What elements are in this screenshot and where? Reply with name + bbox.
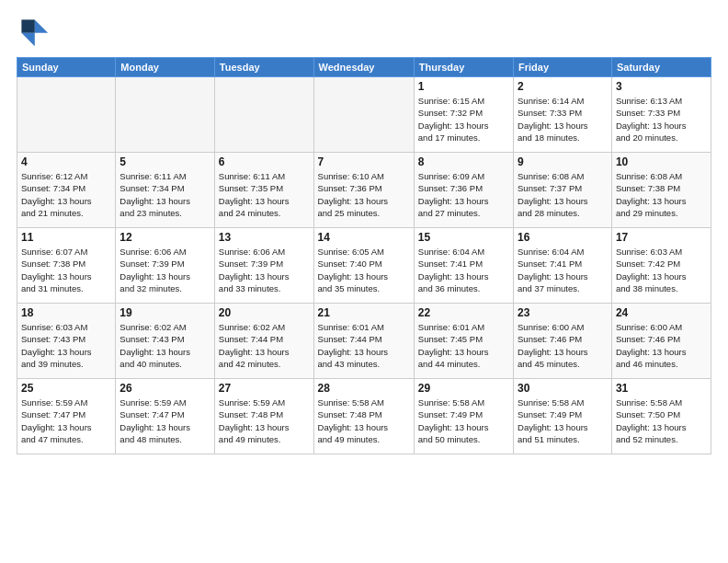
calendar-cell: 13Sunrise: 6:06 AMSunset: 7:39 PMDayligh… xyxy=(214,228,313,304)
day-number: 29 xyxy=(418,382,509,395)
calendar-cell: 4Sunrise: 6:12 AMSunset: 7:34 PMDaylight… xyxy=(17,153,116,228)
day-detail: Sunrise: 6:11 AMSunset: 7:34 PMDaylight:… xyxy=(119,170,210,219)
day-number: 23 xyxy=(518,306,608,319)
calendar-cell: 22Sunrise: 6:01 AMSunset: 7:45 PMDayligh… xyxy=(414,304,513,379)
day-detail: Sunrise: 6:03 AMSunset: 7:42 PMDaylight:… xyxy=(616,246,707,294)
day-detail: Sunrise: 6:00 AMSunset: 7:46 PMDaylight:… xyxy=(616,321,707,370)
day-number: 30 xyxy=(518,382,608,395)
day-number: 27 xyxy=(219,382,310,395)
svg-rect-1 xyxy=(21,19,34,32)
calendar-cell: 7Sunrise: 6:10 AMSunset: 7:36 PMDaylight… xyxy=(313,153,414,228)
calendar-week-2: 4Sunrise: 6:12 AMSunset: 7:34 PMDaylight… xyxy=(17,153,711,228)
calendar-cell: 24Sunrise: 6:00 AMSunset: 7:46 PMDayligh… xyxy=(611,304,711,379)
calendar-cell: 17Sunrise: 6:03 AMSunset: 7:42 PMDayligh… xyxy=(611,228,711,304)
day-detail: Sunrise: 6:04 AMSunset: 7:41 PMDaylight:… xyxy=(418,246,509,294)
logo-icon xyxy=(17,15,50,48)
day-number: 21 xyxy=(318,306,410,319)
day-number: 13 xyxy=(219,231,310,244)
day-detail: Sunrise: 5:58 AMSunset: 7:50 PMDaylight:… xyxy=(616,396,707,445)
calendar-cell: 27Sunrise: 5:59 AMSunset: 7:48 PMDayligh… xyxy=(214,379,313,454)
calendar-cell: 25Sunrise: 5:59 AMSunset: 7:47 PMDayligh… xyxy=(17,379,116,454)
calendar-cell: 28Sunrise: 5:58 AMSunset: 7:48 PMDayligh… xyxy=(313,379,414,454)
day-number: 16 xyxy=(518,231,608,244)
logo xyxy=(17,15,53,48)
day-detail: Sunrise: 5:59 AMSunset: 7:48 PMDaylight:… xyxy=(219,396,310,445)
day-number: 24 xyxy=(616,306,707,319)
weekday-sunday: Sunday xyxy=(17,58,116,77)
calendar-cell: 3Sunrise: 6:13 AMSunset: 7:33 PMDaylight… xyxy=(611,77,711,153)
day-detail: Sunrise: 6:13 AMSunset: 7:33 PMDaylight:… xyxy=(616,95,707,144)
calendar-cell: 9Sunrise: 6:08 AMSunset: 7:37 PMDaylight… xyxy=(514,153,612,228)
calendar-table: SundayMondayTuesdayWednesdayThursdayFrid… xyxy=(17,57,711,454)
calendar-cell: 23Sunrise: 6:00 AMSunset: 7:46 PMDayligh… xyxy=(514,304,612,379)
day-detail: Sunrise: 6:00 AMSunset: 7:46 PMDaylight:… xyxy=(518,321,608,370)
day-detail: Sunrise: 6:12 AMSunset: 7:34 PMDaylight:… xyxy=(21,170,111,219)
day-detail: Sunrise: 6:11 AMSunset: 7:35 PMDaylight:… xyxy=(219,170,310,219)
day-number: 8 xyxy=(418,155,509,168)
day-detail: Sunrise: 6:03 AMSunset: 7:43 PMDaylight:… xyxy=(21,321,111,370)
day-detail: Sunrise: 6:01 AMSunset: 7:44 PMDaylight:… xyxy=(318,321,410,370)
svg-marker-0 xyxy=(35,19,48,32)
day-detail: Sunrise: 6:10 AMSunset: 7:36 PMDaylight:… xyxy=(318,170,410,219)
calendar-cell: 14Sunrise: 6:05 AMSunset: 7:40 PMDayligh… xyxy=(313,228,414,304)
page: SundayMondayTuesdayWednesdayThursdayFrid… xyxy=(0,0,728,563)
calendar-cell: 20Sunrise: 6:02 AMSunset: 7:44 PMDayligh… xyxy=(214,304,313,379)
day-detail: Sunrise: 6:07 AMSunset: 7:38 PMDaylight:… xyxy=(21,246,111,294)
calendar-cell: 6Sunrise: 6:11 AMSunset: 7:35 PMDaylight… xyxy=(214,153,313,228)
day-detail: Sunrise: 6:06 AMSunset: 7:39 PMDaylight:… xyxy=(219,246,310,294)
calendar-cell: 29Sunrise: 5:58 AMSunset: 7:49 PMDayligh… xyxy=(414,379,513,454)
day-number: 18 xyxy=(21,306,111,319)
day-number: 20 xyxy=(219,306,310,319)
day-detail: Sunrise: 5:58 AMSunset: 7:49 PMDaylight:… xyxy=(418,396,509,445)
day-number: 17 xyxy=(616,231,707,244)
day-detail: Sunrise: 6:08 AMSunset: 7:38 PMDaylight:… xyxy=(616,170,707,219)
calendar-cell: 31Sunrise: 5:58 AMSunset: 7:50 PMDayligh… xyxy=(611,379,711,454)
calendar-cell: 21Sunrise: 6:01 AMSunset: 7:44 PMDayligh… xyxy=(313,304,414,379)
calendar-cell: 8Sunrise: 6:09 AMSunset: 7:36 PMDaylight… xyxy=(414,153,513,228)
calendar-cell xyxy=(313,77,414,153)
day-detail: Sunrise: 6:04 AMSunset: 7:41 PMDaylight:… xyxy=(518,246,608,294)
day-number: 22 xyxy=(418,306,509,319)
calendar-cell: 10Sunrise: 6:08 AMSunset: 7:38 PMDayligh… xyxy=(611,153,711,228)
day-detail: Sunrise: 5:58 AMSunset: 7:49 PMDaylight:… xyxy=(518,396,608,445)
day-number: 28 xyxy=(318,382,410,395)
day-number: 12 xyxy=(119,231,210,244)
weekday-wednesday: Wednesday xyxy=(313,58,414,77)
header xyxy=(17,15,711,48)
day-number: 9 xyxy=(518,155,608,168)
calendar-cell: 11Sunrise: 6:07 AMSunset: 7:38 PMDayligh… xyxy=(17,228,116,304)
day-number: 6 xyxy=(219,155,310,168)
calendar-cell: 5Sunrise: 6:11 AMSunset: 7:34 PMDaylight… xyxy=(116,153,215,228)
day-detail: Sunrise: 6:02 AMSunset: 7:43 PMDaylight:… xyxy=(119,321,210,370)
day-detail: Sunrise: 6:14 AMSunset: 7:33 PMDaylight:… xyxy=(518,95,608,144)
day-number: 19 xyxy=(119,306,210,319)
day-detail: Sunrise: 6:08 AMSunset: 7:37 PMDaylight:… xyxy=(518,170,608,219)
day-number: 4 xyxy=(21,155,111,168)
day-number: 3 xyxy=(616,80,707,93)
day-number: 11 xyxy=(21,231,111,244)
calendar-cell: 1Sunrise: 6:15 AMSunset: 7:32 PMDaylight… xyxy=(414,77,513,153)
svg-marker-2 xyxy=(21,33,34,46)
calendar-cell xyxy=(116,77,215,153)
weekday-saturday: Saturday xyxy=(611,58,711,77)
day-number: 10 xyxy=(616,155,707,168)
day-detail: Sunrise: 5:58 AMSunset: 7:48 PMDaylight:… xyxy=(318,396,410,445)
day-number: 5 xyxy=(119,155,210,168)
day-detail: Sunrise: 6:02 AMSunset: 7:44 PMDaylight:… xyxy=(219,321,310,370)
weekday-thursday: Thursday xyxy=(414,58,513,77)
day-number: 14 xyxy=(318,231,410,244)
day-detail: Sunrise: 6:01 AMSunset: 7:45 PMDaylight:… xyxy=(418,321,509,370)
calendar-cell xyxy=(214,77,313,153)
calendar-cell: 18Sunrise: 6:03 AMSunset: 7:43 PMDayligh… xyxy=(17,304,116,379)
calendar-cell: 2Sunrise: 6:14 AMSunset: 7:33 PMDaylight… xyxy=(514,77,612,153)
day-number: 1 xyxy=(418,80,509,93)
day-number: 7 xyxy=(318,155,410,168)
day-detail: Sunrise: 5:59 AMSunset: 7:47 PMDaylight:… xyxy=(21,396,111,445)
weekday-friday: Friday xyxy=(514,58,612,77)
day-detail: Sunrise: 6:06 AMSunset: 7:39 PMDaylight:… xyxy=(119,246,210,294)
day-detail: Sunrise: 6:05 AMSunset: 7:40 PMDaylight:… xyxy=(318,246,410,294)
calendar-week-5: 25Sunrise: 5:59 AMSunset: 7:47 PMDayligh… xyxy=(17,379,711,454)
day-number: 26 xyxy=(119,382,210,395)
day-detail: Sunrise: 5:59 AMSunset: 7:47 PMDaylight:… xyxy=(119,396,210,445)
calendar-cell xyxy=(17,77,116,153)
